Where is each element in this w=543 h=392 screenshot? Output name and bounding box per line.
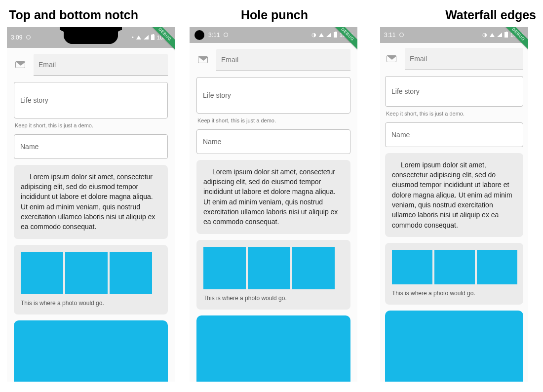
wifi-icon: [136, 36, 141, 39]
status-app-icon: [399, 33, 404, 37]
form-content: Email Life story Keep it short, this is …: [380, 43, 528, 305]
signal-icon: [497, 33, 502, 37]
thumb-row: [21, 252, 161, 294]
large-image: [14, 320, 168, 382]
thumb-image: [21, 252, 63, 294]
status-app-icon: [224, 33, 228, 37]
name-field[interactable]: Name: [385, 122, 523, 147]
mail-icon: [198, 56, 208, 63]
eye-icon: ◑: [311, 32, 316, 38]
battery-icon: [504, 32, 508, 38]
thumb-caption: This is where a photo would go.: [392, 289, 516, 298]
signal-icon: [144, 35, 149, 39]
name-field[interactable]: Name: [196, 129, 350, 154]
lorem-card: Lorem ipsum dolor sit amet, consectetur …: [14, 165, 168, 239]
hardware-holepunch: [194, 30, 204, 40]
thumb-image: [292, 247, 335, 289]
thumbs-card: This is where a photo would go.: [14, 245, 168, 314]
lorem-text: Lorem ipsum dolor sit amet, consectetur …: [21, 172, 161, 232]
status-bar: 3:09 • 100%: [7, 27, 175, 48]
status-time: 3:11: [208, 32, 220, 39]
signal-icon: [326, 33, 331, 37]
thumb-row: [392, 250, 516, 284]
email-row: Email: [385, 48, 523, 70]
status-bar: 3:11 ◑ 100%: [190, 27, 357, 43]
thumbs-card: This is where a photo would go.: [196, 240, 350, 310]
thumb-caption: This is where a photo would go.: [203, 294, 344, 303]
email-field[interactable]: Email: [405, 48, 523, 70]
life-story-helper: Keep it short, this is just a demo.: [196, 118, 350, 123]
column-title: Waterfall edges: [372, 5, 536, 27]
life-story-helper: Keep it short, this is just a demo.: [385, 111, 523, 117]
email-field[interactable]: Email: [216, 49, 350, 71]
life-story-field[interactable]: Life story: [14, 82, 168, 118]
status-app-icon: [26, 35, 31, 39]
lorem-card: Lorem ipsum dolor sit amet, consectetur …: [196, 160, 350, 234]
column-waterfall: Waterfall edges 3:11 ◑ 100% DEBUG Email: [372, 5, 536, 382]
status-bar: 3:11 ◑ 100%: [380, 27, 528, 43]
thumb-row: [203, 247, 344, 289]
status-time: 3:09: [11, 34, 22, 41]
name-field[interactable]: Name: [14, 134, 168, 159]
lorem-card: Lorem ipsum dolor sit amet, consectetur …: [385, 153, 523, 237]
status-time: 3:11: [384, 32, 395, 39]
column-holepunch: Hole punch 3:11 ◑ 100% DEBUG Em: [190, 5, 357, 382]
email-row: Email: [14, 54, 168, 76]
life-story-field[interactable]: Life story: [385, 76, 523, 107]
form-content: Email Life story Keep it short, this is …: [190, 43, 357, 310]
thumb-image: [203, 247, 246, 289]
device-frame: 3:11 ◑ 100% DEBUG Email Life story Keep …: [380, 27, 528, 382]
comparison-row: Top and bottom notch 3:09 • 100% DEBUG E: [7, 5, 536, 382]
life-story-helper: Keep it short, this is just a demo.: [14, 122, 168, 128]
dot-icon: •: [132, 35, 134, 40]
thumb-image: [65, 252, 108, 294]
email-row: Email: [196, 49, 350, 71]
column-title: Top and bottom notch: [7, 5, 175, 27]
device-frame: 3:09 • 100% DEBUG Email Life story: [7, 27, 175, 382]
mail-icon: [387, 55, 396, 62]
thumb-caption: This is where a photo would go.: [21, 299, 161, 308]
device-frame: 3:11 ◑ 100% DEBUG Email Life story Keep …: [190, 27, 357, 382]
wifi-icon: [319, 33, 324, 37]
form-content: Email Life story Keep it short, this is …: [7, 48, 175, 314]
wifi-icon: [490, 33, 495, 37]
thumbs-card: This is where a photo would go.: [385, 243, 523, 305]
battery-icon: [151, 35, 155, 40]
eye-icon: ◑: [482, 32, 487, 38]
column-title: Hole punch: [190, 5, 357, 27]
hardware-notch: [64, 27, 118, 44]
life-story-field[interactable]: Life story: [196, 77, 350, 114]
thumb-image: [477, 250, 517, 284]
thumb-image: [110, 252, 152, 294]
column-notch: Top and bottom notch 3:09 • 100% DEBUG E: [7, 5, 175, 382]
lorem-text: Lorem ipsum dolor sit amet, consectetur …: [392, 160, 516, 230]
thumb-image: [392, 250, 432, 284]
mail-icon: [15, 61, 25, 68]
thumb-image: [248, 247, 290, 289]
email-field[interactable]: Email: [34, 54, 168, 76]
lorem-text: Lorem ipsum dolor sit amet, consectetur …: [203, 167, 344, 227]
large-image: [196, 315, 350, 382]
thumb-image: [434, 250, 475, 284]
battery-icon: [334, 32, 337, 38]
large-image: [385, 311, 523, 382]
